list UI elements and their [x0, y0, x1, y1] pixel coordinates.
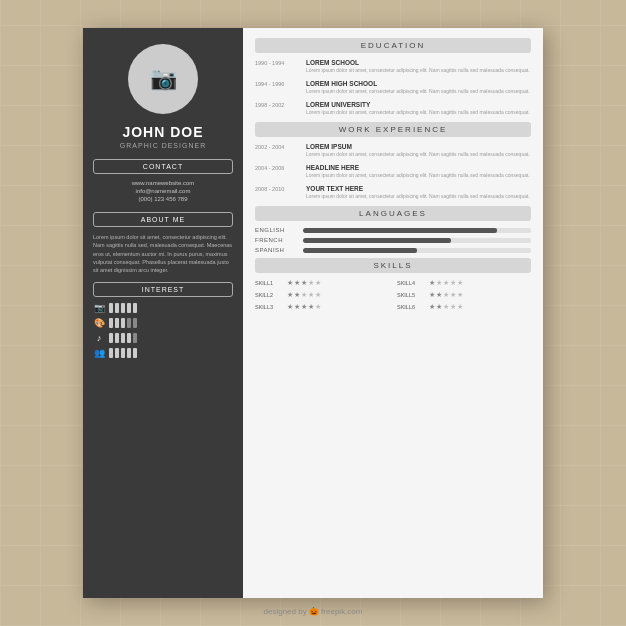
skill-stars-2: ★ ★ ★ ★ ★: [287, 291, 321, 299]
bar: [109, 303, 113, 313]
work-title-1: LOREM IPSUM: [306, 143, 530, 150]
skill-row-1: SKILL1 ★ ★ ★ ★ ★: [255, 279, 389, 287]
star: ★: [315, 303, 321, 311]
phone: (000) 123 456 789: [93, 196, 233, 202]
star: ★: [287, 291, 293, 299]
work-item-2: 2004 - 2006 HEADLINE HERE Lorem ipsum do…: [255, 164, 531, 179]
bar: [109, 348, 113, 358]
bar: [121, 348, 125, 358]
lang-bar-bg-spanish: [303, 248, 531, 253]
star: ★: [429, 303, 435, 311]
interest-row-4: 👥: [93, 348, 233, 358]
about-text: Lorem ipsum dolor sit amet, consectetur …: [93, 233, 233, 274]
work-desc-1: Lorem ipsum dolor sit amet, consectetur …: [306, 151, 530, 158]
work-header: WORK EXPERIENCE: [255, 122, 531, 137]
lang-bar-fill-spanish: [303, 248, 417, 253]
edu-item-3: 1998 - 2002 LOREM UNIVERSITY Lorem ipsum…: [255, 101, 531, 116]
lang-row-spanish: SPANISH: [255, 247, 531, 253]
skill-stars-5: ★ ★ ★ ★ ★: [429, 291, 463, 299]
work-title-3: YOUR TEXT HERE: [306, 185, 530, 192]
interest-row-1: 📷: [93, 303, 233, 313]
interest-btn[interactable]: INTEREST: [93, 282, 233, 297]
contact-btn[interactable]: CONTACT: [93, 159, 233, 174]
camera-interest-icon: 📷: [93, 303, 105, 313]
skills-header: SKILLS: [255, 258, 531, 273]
skill-stars-6: ★ ★ ★ ★ ★: [429, 303, 463, 311]
languages-header: LANGUAGES: [255, 206, 531, 221]
skill-row-6: SKILL6 ★ ★ ★ ★ ★: [397, 303, 531, 311]
skill-label-3: SKILL3: [255, 304, 283, 310]
star: ★: [315, 279, 321, 287]
main-content: EDUCATION 1990 - 1994 LOREM SCHOOL Lorem…: [243, 28, 543, 598]
star: ★: [294, 279, 300, 287]
skill-label-4: SKILL4: [397, 280, 425, 286]
star: ★: [443, 303, 449, 311]
lang-label-french: FRENCH: [255, 237, 297, 243]
star: ★: [450, 291, 456, 299]
sidebar: 📷 JOHN DOE GRAPHIC DESIGNER CONTACT www.…: [83, 28, 243, 598]
interest-row-2: 🎨: [93, 318, 233, 328]
star: ★: [429, 291, 435, 299]
skills-grid: SKILL1 ★ ★ ★ ★ ★ SKILL4 ★ ★ ★ ★: [255, 279, 531, 311]
interest-section: 📷 🎨: [93, 303, 233, 363]
avatar: 📷: [128, 44, 198, 114]
skill-row-2: SKILL2 ★ ★ ★ ★ ★: [255, 291, 389, 299]
star: ★: [436, 303, 442, 311]
people-interest-icon: 👥: [93, 348, 105, 358]
star: ★: [308, 279, 314, 287]
job-title: GRAPHIC DESIGNER: [120, 142, 206, 149]
full-name: JOHN DOE: [122, 124, 203, 140]
star: ★: [457, 279, 463, 287]
lang-label-english: ENGLISH: [255, 227, 297, 233]
edu-year-1: 1990 - 1994: [255, 59, 300, 74]
skill-label-6: SKILL6: [397, 304, 425, 310]
bar: [109, 318, 113, 328]
star: ★: [294, 303, 300, 311]
bar: [133, 348, 137, 358]
star: ★: [308, 303, 314, 311]
star: ★: [436, 291, 442, 299]
edu-content-1: LOREM SCHOOL Lorem ipsum dolor sit amet,…: [306, 59, 530, 74]
work-year-1: 2002 - 2004: [255, 143, 300, 158]
bar: [133, 303, 137, 313]
lang-row-french: FRENCH: [255, 237, 531, 243]
about-btn[interactable]: ABOUT ME: [93, 212, 233, 227]
interest-bars-2: [109, 318, 137, 328]
interest-bars-1: [109, 303, 137, 313]
bar: [127, 333, 131, 343]
bar: [115, 333, 119, 343]
lang-row-english: ENGLISH: [255, 227, 531, 233]
interest-bars-4: [109, 348, 137, 358]
edu-item-2: 1994 - 1996 LOREM HIGH SCHOOL Lorem ipsu…: [255, 80, 531, 95]
work-content-3: YOUR TEXT HERE Lorem ipsum dolor sit ame…: [306, 185, 530, 200]
lang-bar-bg-french: [303, 238, 531, 243]
star: ★: [429, 279, 435, 287]
star: ★: [443, 291, 449, 299]
edu-name-3: LOREM UNIVERSITY: [306, 101, 530, 108]
bar: [115, 318, 119, 328]
star: ★: [301, 279, 307, 287]
contact-info: www.namewebsite.com info@namemail.com (0…: [93, 180, 233, 204]
education-header: EDUCATION: [255, 38, 531, 53]
bar: [121, 333, 125, 343]
star: ★: [457, 291, 463, 299]
skill-row-4: SKILL4 ★ ★ ★ ★ ★: [397, 279, 531, 287]
work-desc-3: Lorem ipsum dolor sit amet, consectetur …: [306, 193, 530, 200]
lang-bar-bg-english: [303, 228, 531, 233]
work-year-3: 2008 - 2010: [255, 185, 300, 200]
resume-card: 📷 JOHN DOE GRAPHIC DESIGNER CONTACT www.…: [83, 28, 543, 598]
edu-desc-2: Lorem ipsum dolor sit amet, consectetur …: [306, 88, 530, 95]
edu-year-3: 1998 - 2002: [255, 101, 300, 116]
skill-stars-1: ★ ★ ★ ★ ★: [287, 279, 321, 287]
bar: [133, 318, 137, 328]
palette-interest-icon: 🎨: [93, 318, 105, 328]
music-interest-icon: ♪: [93, 333, 105, 343]
star: ★: [294, 291, 300, 299]
bar: [115, 303, 119, 313]
star: ★: [450, 279, 456, 287]
work-content-2: HEADLINE HERE Lorem ipsum dolor sit amet…: [306, 164, 530, 179]
interest-row-3: ♪: [93, 333, 233, 343]
edu-content-3: LOREM UNIVERSITY Lorem ipsum dolor sit a…: [306, 101, 530, 116]
edu-year-2: 1994 - 1996: [255, 80, 300, 95]
edu-item-1: 1990 - 1994 LOREM SCHOOL Lorem ipsum dol…: [255, 59, 531, 74]
